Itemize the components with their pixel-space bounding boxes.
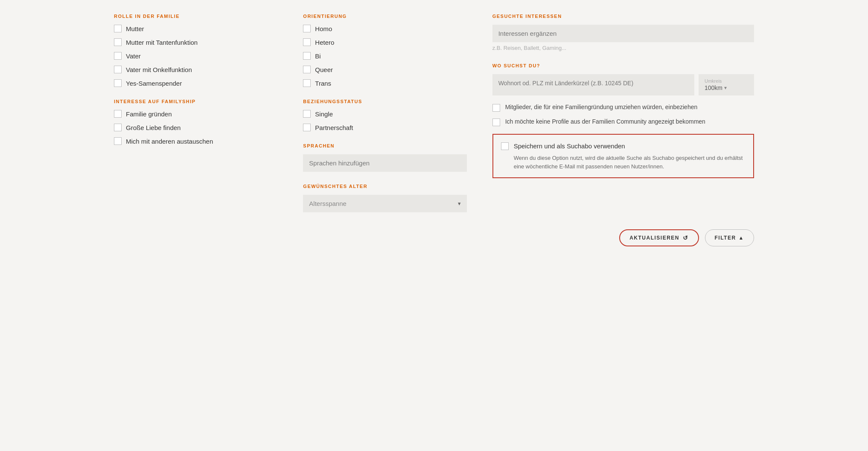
checkbox-keine-profile-input[interactable] [492, 119, 500, 126]
aktualisieren-button[interactable]: Aktualisieren ↺ [619, 229, 699, 246]
orientierung-homo[interactable]: Homo [303, 25, 466, 32]
suchabo-checkbox-label: Speichern und als Suchabo verwenden [514, 142, 625, 150]
rolle-vater[interactable]: Vater [114, 52, 277, 60]
rolle-samenspender-label: Yes-Samenspender [126, 80, 182, 87]
interesse-liebe-label: Große Liebe finden [126, 124, 181, 131]
rolle-vater-label: Vater [126, 52, 141, 60]
orientierung-homo-checkbox[interactable] [303, 25, 311, 32]
orientierung-trans-checkbox[interactable] [303, 79, 311, 87]
rolle-vater-onkel-label: Vater mit Onkelfunktion [126, 66, 192, 73]
interesse-austauschen-label: Mich mit anderen austauschen [126, 138, 213, 145]
rolle-vater-checkbox[interactable] [114, 52, 122, 60]
interesse-austauschen-checkbox[interactable] [114, 137, 122, 145]
interesse-familie-checkbox[interactable] [114, 110, 122, 118]
rolle-mutter-checkbox[interactable] [114, 25, 122, 32]
interesse-liebe-checkbox[interactable] [114, 124, 122, 131]
suchabo-box: Speichern und als Suchabo verwenden Wenn… [492, 134, 754, 178]
suchabo-description: Wenn du diese Option nutzt, wird die akt… [514, 154, 746, 171]
umkreis-label: Umkreis [705, 78, 748, 84]
suchabo-checkbox-input[interactable] [501, 142, 509, 150]
rolle-samenspender[interactable]: Yes-Samenspender [114, 79, 277, 87]
alter-select-wrapper[interactable]: Altersspanne ▾ [303, 195, 466, 212]
rolle-samenspender-checkbox[interactable] [114, 79, 122, 87]
wo-suchst-title: Wo suchst du? [492, 63, 754, 68]
location-input[interactable] [498, 80, 688, 87]
filter-label: Filter [715, 235, 736, 241]
beziehung-single-checkbox[interactable] [303, 110, 311, 118]
umkreis-arrow-icon: ▾ [724, 85, 727, 91]
rolle-mutter-tante-label: Mutter mit Tantenfunktion [126, 39, 198, 46]
suchabo-checkbox-item[interactable]: Speichern und als Suchabo verwenden [501, 142, 746, 150]
beziehung-single-label: Single [315, 110, 333, 118]
umkreis-select-wrapper: 100km ▾ [705, 84, 748, 91]
orientierung-bi-checkbox[interactable] [303, 52, 311, 60]
filter-button[interactable]: Filter ▲ [705, 229, 754, 246]
alter-title: Gewünschtes Alter [303, 184, 466, 189]
rolle-mutter-label: Mutter [126, 25, 144, 32]
checkbox-keine-profile[interactable]: Ich möchte keine Profile aus der Familie… [492, 118, 754, 126]
umkreis-wrapper[interactable]: Umkreis 100km ▾ [699, 74, 754, 95]
interessen-input[interactable] [498, 30, 748, 37]
column-gesuchte-interessen: Gesuchte Interessen z.B. Reisen, Ballett… [492, 14, 754, 212]
orientierung-homo-label: Homo [315, 25, 332, 32]
rolle-mutter-tante[interactable]: Mutter mit Tantenfunktion [114, 38, 277, 46]
beziehungsstatus-title: Beziehungsstatus [303, 99, 466, 104]
orientierung-trans[interactable]: Trans [303, 79, 466, 87]
orientierung-queer-checkbox[interactable] [303, 66, 311, 73]
checkbox-umziehen[interactable]: Mitglieder, die für eine Familiengründun… [492, 103, 754, 112]
beziehung-partnerschaft[interactable]: Partnerschaft [303, 124, 466, 131]
alter-select-text: Altersspanne [309, 200, 347, 207]
orientierung-hetero[interactable]: Hetero [303, 38, 466, 46]
rolle-mutter-tante-checkbox[interactable] [114, 38, 122, 46]
column-orientierung: Orientierung Homo Hetero Bi Queer Trans … [303, 14, 466, 212]
beziehung-partnerschaft-checkbox[interactable] [303, 124, 311, 131]
rolle-vater-onkel[interactable]: Vater mit Onkelfunktion [114, 66, 277, 73]
orientierung-hetero-label: Hetero [315, 39, 334, 46]
location-input-wrapper[interactable] [492, 74, 694, 95]
rolle-title: Rolle in der Familie [114, 14, 277, 19]
beziehung-single[interactable]: Single [303, 110, 466, 118]
alter-arrow-icon: ▾ [458, 200, 461, 207]
rolle-mutter[interactable]: Mutter [114, 25, 277, 32]
checkbox-umziehen-input[interactable] [492, 104, 500, 112]
sprachen-input[interactable] [309, 159, 460, 167]
interessen-hint: z.B. Reisen, Ballett, Gaming... [492, 45, 754, 51]
interesse-liebe[interactable]: Große Liebe finden [114, 124, 277, 131]
rolle-vater-onkel-checkbox[interactable] [114, 66, 122, 73]
bottom-actions: Aktualisieren ↺ Filter ▲ [114, 229, 754, 246]
umkreis-value: 100km [705, 84, 722, 91]
interessen-input-wrapper[interactable] [492, 25, 754, 42]
wo-suchst-row: Umkreis 100km ▾ [492, 74, 754, 95]
interesse-familie[interactable]: Familie gründen [114, 110, 277, 118]
interesse-austauschen[interactable]: Mich mit anderen austauschen [114, 137, 277, 145]
orientierung-hetero-checkbox[interactable] [303, 38, 311, 46]
interesse-title: Interesse auf Familyship [114, 99, 277, 104]
orientierung-trans-label: Trans [315, 80, 331, 87]
checkbox-umziehen-label: Mitglieder, die für eine Familiengründun… [505, 103, 698, 112]
aktualisieren-label: Aktualisieren [629, 235, 679, 241]
interesse-familie-label: Familie gründen [126, 110, 172, 118]
gesuchte-interessen-title: Gesuchte Interessen [492, 14, 754, 19]
orientierung-queer[interactable]: Queer [303, 66, 466, 73]
sprachen-title: Sprachen [303, 143, 466, 148]
sprachen-input-wrapper[interactable] [303, 154, 466, 172]
orientierung-queer-label: Queer [315, 66, 333, 73]
orientierung-bi[interactable]: Bi [303, 52, 466, 60]
orientierung-title: Orientierung [303, 14, 466, 19]
column-rolle: Rolle in der Familie Mutter Mutter mit T… [114, 14, 277, 212]
refresh-icon: ↺ [683, 234, 689, 241]
orientierung-bi-label: Bi [315, 52, 320, 60]
beziehung-partnerschaft-label: Partnerschaft [315, 124, 353, 131]
checkbox-keine-profile-label: Ich möchte keine Profile aus der Familie… [505, 118, 705, 126]
filter-arrow-icon: ▲ [739, 235, 744, 241]
